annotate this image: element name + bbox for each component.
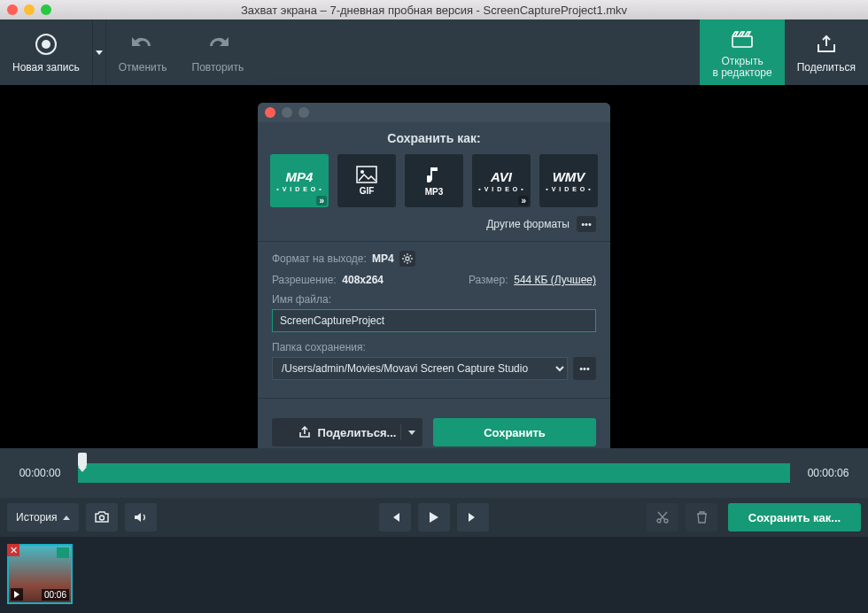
dialog-title: Сохранить как: [258, 122, 610, 154]
new-record-label: Новая запись [12, 61, 80, 74]
save-dialog: Сохранить как: MP4 ▪ V I D E O ▪ » GIF M… [258, 103, 610, 461]
dialog-titlebar [258, 103, 610, 122]
thumbnail-strip: ✕ 00:06 [0, 537, 868, 613]
music-note-icon [427, 166, 441, 185]
redo-button[interactable]: Повторить [180, 19, 257, 85]
play-button[interactable] [418, 503, 450, 532]
record-icon [33, 31, 59, 58]
format-row: MP4 ▪ V I D E O ▪ » GIF MP3 AVI ▪ V I D … [258, 154, 610, 216]
time-start: 00:00:00 [9, 467, 71, 479]
play-icon [429, 511, 439, 524]
svg-point-5 [406, 257, 409, 260]
camera-icon [94, 511, 110, 524]
speaker-icon [134, 511, 148, 524]
svg-point-8 [664, 519, 668, 523]
chevron-more-icon: » [518, 196, 529, 206]
new-record-dropdown[interactable] [92, 19, 106, 85]
resolution-value: 408x264 [342, 274, 384, 286]
folder-browse-button[interactable]: ••• [573, 357, 596, 380]
delete-button[interactable] [686, 503, 717, 532]
svg-rect-2 [732, 36, 752, 47]
folder-label: Папка сохранения: [272, 341, 596, 353]
format-settings-button[interactable] [399, 251, 415, 267]
skip-back-icon [389, 511, 401, 524]
folder-select[interactable]: /Users/admin/Movies/Movavi Screen Captur… [272, 357, 568, 380]
share-button[interactable]: Поделиться [785, 19, 868, 85]
window-title: Захват экрана – 7-дневная пробная версия… [0, 4, 868, 17]
output-format-value: MP4 [372, 252, 394, 265]
controls-bar: История Сохранить как... [0, 498, 868, 537]
video-type-icon [57, 547, 69, 558]
svg-point-6 [99, 516, 104, 520]
playhead[interactable] [78, 453, 87, 467]
clip-thumbnail[interactable]: ✕ 00:06 [7, 544, 73, 604]
open-editor-l1: Открыть [722, 55, 763, 67]
timeline-bar: 00:00:00 00:00:06 [0, 448, 868, 498]
screenshot-button[interactable] [86, 503, 118, 532]
open-editor-l2: в редакторе [712, 66, 771, 79]
history-button[interactable]: История [7, 503, 79, 532]
main-toolbar: Новая запись Отменить Повторить Открытьв… [0, 19, 868, 85]
dialog-close[interactable] [265, 107, 275, 118]
format-wmv[interactable]: WMV ▪ V I D E O ▪ [539, 154, 598, 207]
timeline-track[interactable] [78, 463, 790, 483]
other-formats-button[interactable]: ••• [577, 216, 596, 232]
format-gif[interactable]: GIF [337, 154, 396, 207]
time-end: 00:00:06 [797, 467, 859, 479]
thumb-remove-button[interactable]: ✕ [7, 544, 19, 556]
redo-icon [205, 31, 231, 58]
thumb-duration: 00:06 [42, 589, 69, 601]
dialog-save-button[interactable]: Сохранить [433, 418, 596, 446]
volume-button[interactable] [125, 503, 157, 532]
save-as-button[interactable]: Сохранить как... [728, 503, 861, 532]
chevron-up-icon [63, 516, 70, 520]
size-label: Размер: [469, 274, 508, 286]
size-link[interactable]: 544 КБ (Лучшее) [514, 274, 596, 286]
dialog-share-button[interactable]: Поделиться... [272, 418, 422, 446]
clapper-icon [729, 26, 756, 52]
other-formats-label: Другие форматы [486, 218, 570, 230]
scissors-icon [656, 511, 669, 524]
cut-button[interactable] [647, 503, 678, 532]
skip-forward-icon [467, 511, 479, 524]
trash-icon [696, 511, 708, 524]
format-mp4[interactable]: MP4 ▪ V I D E O ▪ » [270, 154, 329, 207]
redo-label: Повторить [192, 61, 244, 74]
new-record-button[interactable]: Новая запись [0, 19, 92, 85]
chevron-more-icon: » [316, 196, 327, 206]
svg-point-4 [360, 170, 364, 174]
undo-label: Отменить [119, 61, 167, 74]
filename-label: Имя файла: [272, 293, 596, 306]
chevron-down-icon [400, 424, 415, 440]
svg-point-1 [42, 40, 50, 49]
undo-icon [129, 31, 156, 58]
share-icon [813, 31, 840, 58]
dialog-zoom [298, 107, 309, 118]
dialog-minimize [282, 107, 292, 118]
filename-input[interactable] [272, 309, 596, 332]
format-mp3[interactable]: MP3 [405, 154, 463, 207]
window-titlebar: Захват экрана – 7-дневная пробная версия… [0, 0, 868, 19]
next-button[interactable] [457, 503, 489, 532]
undo-button[interactable]: Отменить [106, 19, 180, 85]
share-icon [298, 426, 311, 438]
share-label: Поделиться [797, 61, 856, 74]
prev-button[interactable] [379, 503, 411, 532]
resolution-label: Разрешение: [272, 274, 337, 286]
thumb-play-icon [11, 588, 23, 601]
format-avi[interactable]: AVI ▪ V I D E O ▪ » [472, 154, 531, 207]
svg-point-7 [657, 519, 661, 523]
image-icon [356, 166, 377, 183]
open-editor-button[interactable]: Открытьв редакторе [700, 19, 784, 85]
gear-icon [402, 253, 413, 264]
output-format-label: Формат на выходе: [272, 252, 367, 265]
